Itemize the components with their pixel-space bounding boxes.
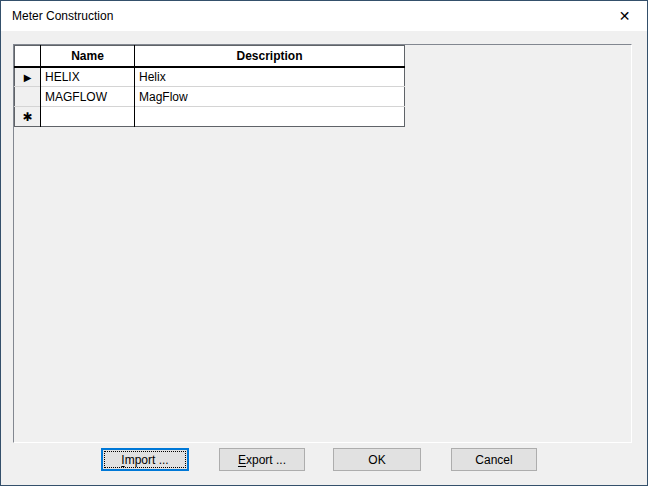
- current-row-icon: ▶: [24, 72, 32, 83]
- column-header-description[interactable]: Description: [135, 46, 405, 67]
- table-row: MAGFLOW MagFlow: [15, 87, 405, 107]
- export-button[interactable]: Export ...: [219, 448, 305, 471]
- export-button-label: xport ...: [246, 453, 286, 467]
- window-title: Meter Construction: [12, 1, 113, 31]
- cancel-button[interactable]: Cancel: [451, 448, 537, 471]
- meter-table: Name Description ▶ HELIX Helix MAGFLOW M…: [14, 45, 405, 127]
- new-row-icon: ✱: [22, 110, 32, 124]
- cell-name[interactable]: HELIX: [41, 67, 135, 87]
- table-row: ▶ HELIX Helix: [15, 67, 405, 87]
- row-selector-new[interactable]: ✱: [15, 107, 41, 127]
- meter-construction-dialog: Meter Construction ✕ Name Description ▶ …: [0, 0, 648, 486]
- cell-description[interactable]: Helix: [135, 67, 405, 87]
- ok-button-label: OK: [368, 453, 385, 467]
- close-button[interactable]: ✕: [602, 1, 647, 31]
- ok-button[interactable]: OK: [333, 448, 421, 471]
- cell-description[interactable]: [135, 107, 405, 127]
- close-icon: ✕: [619, 8, 631, 24]
- title-bar: Meter Construction ✕: [1, 1, 647, 31]
- cell-name[interactable]: MAGFLOW: [41, 87, 135, 107]
- import-button[interactable]: Import ...: [101, 448, 189, 471]
- row-selector-current[interactable]: ▶: [15, 67, 41, 87]
- import-button-label: mport ...: [125, 453, 169, 467]
- table-row-new: ✱: [15, 107, 405, 127]
- row-selector[interactable]: [15, 87, 41, 107]
- row-selector-header[interactable]: [15, 46, 41, 67]
- cell-name[interactable]: [41, 107, 135, 127]
- cell-description[interactable]: MagFlow: [135, 87, 405, 107]
- header-row: Name Description: [15, 46, 405, 67]
- export-button-accesskey: E: [238, 453, 246, 467]
- column-header-name[interactable]: Name: [41, 46, 135, 67]
- cancel-button-label: Cancel: [475, 453, 512, 467]
- meter-grid-panel: Name Description ▶ HELIX Helix MAGFLOW M…: [13, 44, 632, 443]
